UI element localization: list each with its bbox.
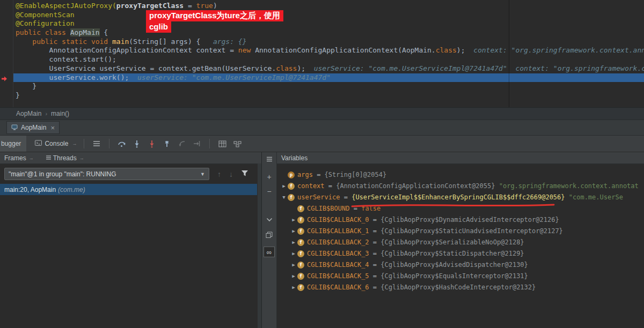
equals-sign: =: [369, 271, 381, 282]
expand-icon[interactable]: ▶: [290, 282, 297, 293]
class-file-icon: [11, 124, 18, 132]
next-frame-icon[interactable]: ↓: [229, 170, 233, 178]
stack-frame-package: (com.me): [58, 186, 85, 193]
variable-row[interactable]: ▶fCGLIB$CALLBACK_3 = {CglibAopProxy$Stat…: [277, 248, 644, 259]
breadcrumb: AopMain › main(): [0, 108, 644, 120]
parameter-icon: p: [288, 172, 295, 178]
stack-frame-label: main:20, AopMain: [4, 186, 56, 193]
step-into-icon[interactable]: [130, 137, 143, 150]
tab-debugger[interactable]: bugger: [0, 136, 26, 152]
tab-frames[interactable]: Frames →: [4, 154, 34, 162]
expand-icon[interactable]: ▶: [280, 181, 288, 192]
variable-row[interactable]: ▶fCGLIB$CALLBACK_2 = {CglibAopProxy$Seri…: [277, 237, 644, 248]
variables-panel: Variables pargs = {String[0]@2054}▶fcont…: [277, 152, 644, 328]
variable-name: CGLIB$CALLBACK_0: [307, 214, 369, 226]
variable-name: CGLIB$CALLBACK_6: [307, 282, 369, 293]
red-underline-annotation: [351, 200, 556, 212]
collapse-icon[interactable]: ▼: [280, 192, 288, 203]
code-line[interactable]: public static void main(String[] args) {…: [13, 38, 644, 47]
thread-selector-value: "main"@1 in group "main": RUNNING: [9, 170, 116, 178]
run-to-cursor-icon[interactable]: [191, 137, 203, 150]
variable-row[interactable]: ▶fCGLIB$CALLBACK_1 = {CglibAopProxy$Stat…: [277, 226, 644, 237]
variable-row[interactable]: pargs = {String[0]@2054}: [277, 169, 644, 181]
code-line[interactable]: }: [13, 82, 644, 91]
variables-menu-icon[interactable]: [266, 154, 273, 164]
code-line[interactable]: @ComponentScan: [13, 11, 644, 20]
expand-icon[interactable]: ▶: [290, 214, 297, 226]
force-step-into-icon[interactable]: [145, 137, 158, 150]
code-area[interactable]: @EnableAspectJAutoProxy(proxyTargetClass…: [13, 2, 644, 100]
expand-icon[interactable]: ▶: [290, 259, 297, 271]
equals-sign: =: [340, 192, 352, 203]
variables-tree[interactable]: pargs = {String[0]@2054}▶fcontext = {Ann…: [277, 164, 644, 328]
equals-sign: =: [325, 181, 336, 192]
layout-menu-icon[interactable]: [90, 137, 103, 150]
equals-sign: =: [369, 226, 381, 237]
variable-value: {CglibAopProxy$AdvisedDispatcher@2130}: [380, 259, 528, 271]
duplicate-icon[interactable]: [266, 231, 273, 241]
code-token: main: [112, 38, 129, 46]
frames-scrollbar[interactable]: [258, 163, 261, 328]
mute-breakpoints-icon[interactable]: [231, 137, 244, 150]
add-watch-icon[interactable]: +: [267, 173, 271, 181]
remove-watch-icon[interactable]: −: [267, 188, 271, 195]
variable-name: CGLIB$CALLBACK_5: [307, 271, 369, 282]
variable-row[interactable]: ▶fCGLIB$CALLBACK_0 = {CglibAopProxy$Dyna…: [277, 214, 644, 226]
code-line[interactable]: userService.work(); userService: "com.me…: [13, 73, 644, 83]
field-icon: f: [297, 239, 304, 246]
field-icon: f: [297, 250, 304, 257]
code-token: true: [196, 2, 213, 10]
code-line[interactable]: context.start();: [13, 55, 644, 64]
equals-sign: =: [369, 259, 381, 271]
step-out-icon[interactable]: [160, 137, 173, 150]
tab-threads[interactable]: Threads →: [46, 154, 84, 162]
stack-frame-row[interactable]: main:20, AopMain (com.me): [0, 184, 257, 195]
variable-row[interactable]: ▶fCGLIB$CALLBACK_5 = {CglibAopProxy$Equa…: [277, 271, 644, 282]
variable-value: {AnnotationConfigApplicationContext@2055…: [336, 181, 499, 192]
threads-icon: [46, 154, 52, 162]
expand-icon[interactable]: ▶: [290, 271, 297, 282]
tab-options-icon: →: [79, 155, 84, 161]
breadcrumb-class[interactable]: AopMain: [16, 110, 41, 117]
step-over-icon[interactable]: [115, 137, 128, 150]
field-icon: f: [297, 205, 304, 212]
editor-gutter[interactable]: [0, 0, 13, 107]
variable-row[interactable]: ▶fCGLIB$CALLBACK_4 = {CglibAopProxy$Advi…: [277, 259, 644, 271]
variables-panel-header: Variables: [277, 152, 644, 164]
breadcrumb-separator: ›: [45, 110, 47, 117]
watch-return-values-icon[interactable]: ∞: [264, 247, 275, 257]
code-line[interactable]: UserService userService = context.getBea…: [13, 64, 644, 73]
expand-icon[interactable]: ▶: [290, 237, 297, 248]
code-line[interactable]: @Configuration: [13, 19, 644, 28]
thread-selector[interactable]: "main"@1 in group "main": RUNNING ▼: [4, 168, 209, 180]
expand-icon[interactable]: ▶: [290, 248, 297, 259]
variable-row[interactable]: ▶fCGLIB$CALLBACK_6 = {CglibAopProxy$Hash…: [277, 282, 644, 293]
ide-window: @EnableAspectJAutoProxy(proxyTargetClass…: [0, 0, 644, 328]
debug-toolbar: bugger Console →: [0, 136, 644, 152]
tab-options-icon: →: [72, 141, 77, 146]
previous-frame-icon[interactable]: ↑: [217, 170, 221, 178]
variable-value: {CglibAopProxy$HashCodeInterceptor@2132}: [380, 282, 536, 293]
editor-tab-aopmain[interactable]: AopMain ×: [6, 121, 60, 134]
variable-row[interactable]: ▶fcontext = {AnnotationConfigApplication…: [277, 181, 644, 192]
code-line[interactable]: @EnableAspectJAutoProxy(proxyTargetClass…: [13, 2, 644, 11]
code-token: class: [276, 64, 297, 72]
close-icon[interactable]: ×: [50, 124, 55, 131]
drop-frame-icon[interactable]: [175, 137, 188, 150]
code-line[interactable]: AnnotationConfigApplicationContext conte…: [13, 46, 644, 55]
code-line[interactable]: }: [13, 91, 644, 100]
field-icon: f: [297, 262, 304, 269]
breadcrumb-method[interactable]: main(): [51, 110, 69, 117]
code-editor[interactable]: @EnableAspectJAutoProxy(proxyTargetClass…: [0, 0, 644, 108]
view-breakpoints-icon[interactable]: [216, 137, 229, 150]
code-line[interactable]: public class AopMain {: [13, 28, 644, 38]
code-token: userService.work();: [16, 73, 129, 81]
code-token: }: [16, 82, 36, 90]
chevron-down-icon[interactable]: [266, 214, 273, 224]
code-token: public class: [16, 28, 70, 36]
code-token: context: "org.springframework.context.an…: [465, 46, 644, 54]
filter-icon[interactable]: [241, 169, 248, 179]
tab-console[interactable]: Console →: [33, 139, 79, 149]
expand-icon[interactable]: ▶: [290, 226, 297, 237]
variable-string-value: "org.springframework.context.annotat: [499, 181, 639, 192]
